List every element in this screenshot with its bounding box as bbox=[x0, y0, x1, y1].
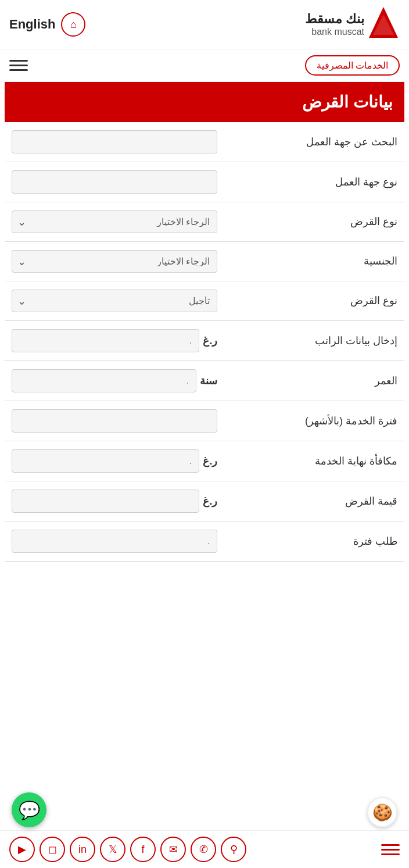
loan-form-table: البحث عن جهة العملنوع جهة العملنوع القرض… bbox=[5, 122, 404, 562]
services-button[interactable]: الخدمات المصرفية bbox=[305, 55, 400, 76]
input-unit: ر.غ bbox=[203, 334, 217, 347]
input-field-1[interactable] bbox=[12, 170, 217, 194]
form-row: طلب فترة bbox=[5, 521, 404, 562]
field-label: الجنسية bbox=[224, 242, 404, 281]
input-with-unit: ر.غ bbox=[12, 449, 217, 473]
select-field-2[interactable]: الرجاء الاختيار bbox=[12, 210, 217, 233]
linkedin-icon[interactable]: in bbox=[70, 837, 95, 862]
field-input-cell: تأجيل bbox=[5, 281, 224, 321]
field-label: نوع القرض bbox=[224, 202, 404, 242]
footer-hamburger-line-1 bbox=[381, 844, 400, 846]
footer-icons: ▶◻in𝕏f✉✆⚲ bbox=[9, 837, 246, 862]
footer-hamburger-line-3 bbox=[381, 853, 400, 855]
input-field-10[interactable] bbox=[12, 530, 217, 553]
field-input-cell: ر.غ bbox=[5, 441, 224, 481]
hamburger-line-3 bbox=[9, 69, 28, 71]
phone-icon[interactable]: ✆ bbox=[191, 837, 216, 862]
top-left-section: English ⌂ bbox=[9, 12, 85, 37]
cookie-icon: 🍪 bbox=[372, 803, 393, 822]
form-row: نوع القرضالرجاء الاختيار bbox=[5, 202, 404, 242]
logo-triangle bbox=[368, 6, 400, 43]
select-field-4[interactable]: تأجيل bbox=[12, 290, 217, 312]
footer: ▶◻in𝕏f✉✆⚲ bbox=[0, 830, 409, 868]
select-wrapper: الرجاء الاختيار bbox=[12, 250, 217, 273]
facebook-icon[interactable]: f bbox=[130, 837, 156, 862]
bank-logo-text: بنك مسقط bank muscat bbox=[305, 12, 364, 37]
home-button[interactable]: ⌂ bbox=[61, 12, 85, 37]
cookie-settings-button[interactable]: 🍪 bbox=[367, 797, 397, 827]
field-input-cell: ر.غ bbox=[5, 321, 224, 361]
field-input-cell bbox=[5, 521, 224, 562]
form-row: فترة الخدمة (بالأشهر) bbox=[5, 401, 404, 441]
input-with-unit: ر.غ bbox=[12, 490, 217, 513]
input-with-unit: سنة bbox=[12, 369, 217, 392]
input-field-9[interactable] bbox=[12, 490, 199, 513]
field-label: قيمة القرض bbox=[224, 481, 404, 521]
field-label: مكافأة نهاية الخدمة bbox=[224, 441, 404, 481]
field-label: نوع القرض bbox=[224, 281, 404, 321]
input-unit: سنة bbox=[200, 374, 217, 387]
input-field-5[interactable] bbox=[12, 329, 199, 352]
input-field-0[interactable] bbox=[12, 130, 217, 153]
instagram-icon[interactable]: ◻ bbox=[40, 837, 65, 862]
field-input-cell bbox=[5, 162, 224, 202]
field-input-cell: سنة bbox=[5, 361, 224, 401]
form-row: نوع القرضتأجيل bbox=[5, 281, 404, 321]
select-wrapper: الرجاء الاختيار bbox=[12, 210, 217, 233]
english-label: English bbox=[9, 17, 55, 32]
form-row: إدخال بيانات الراتبر.غ bbox=[5, 321, 404, 361]
field-label: إدخال بيانات الراتب bbox=[224, 321, 404, 361]
footer-hamburger-line-2 bbox=[381, 849, 400, 851]
whatsapp-icon: 💬 bbox=[19, 800, 40, 820]
field-label: طلب فترة bbox=[224, 521, 404, 562]
form-row: الجنسيةالرجاء الاختيار bbox=[5, 242, 404, 281]
top-bar: English ⌂ بنك مسقط bank muscat bbox=[0, 0, 409, 49]
field-input-cell: الرجاء الاختيار bbox=[5, 242, 224, 281]
field-label: البحث عن جهة العمل bbox=[224, 122, 404, 162]
field-input-cell bbox=[5, 401, 224, 441]
twitter-icon[interactable]: 𝕏 bbox=[100, 837, 125, 862]
bank-name-arabic: بنك مسقط bbox=[305, 12, 364, 27]
input-field-8[interactable] bbox=[12, 449, 199, 473]
select-wrapper: تأجيل bbox=[12, 290, 217, 312]
youtube-icon[interactable]: ▶ bbox=[9, 837, 35, 862]
section-header: بيانات القرض bbox=[5, 82, 404, 122]
hamburger-line-2 bbox=[9, 65, 28, 66]
field-label: العمر bbox=[224, 361, 404, 401]
email-icon[interactable]: ✉ bbox=[160, 837, 186, 862]
location-icon[interactable]: ⚲ bbox=[221, 837, 246, 862]
form-row: البحث عن جهة العمل bbox=[5, 122, 404, 162]
field-label: فترة الخدمة (بالأشهر) bbox=[224, 401, 404, 441]
input-field-7[interactable] bbox=[12, 409, 217, 433]
hamburger-menu[interactable] bbox=[9, 60, 28, 71]
form-row: مكافأة نهاية الخدمةر.غ bbox=[5, 441, 404, 481]
form-row: العمرسنة bbox=[5, 361, 404, 401]
field-label: نوع جهة العمل bbox=[224, 162, 404, 202]
footer-hamburger-menu[interactable] bbox=[381, 844, 400, 855]
field-input-cell bbox=[5, 122, 224, 162]
form-row: قيمة القرضر.غ bbox=[5, 481, 404, 521]
select-field-3[interactable]: الرجاء الاختيار bbox=[12, 250, 217, 273]
bank-logo: بنك مسقط bank muscat bbox=[305, 6, 400, 43]
hamburger-line-1 bbox=[9, 60, 28, 62]
field-input-cell: ر.غ bbox=[5, 481, 224, 521]
form-row: نوع جهة العمل bbox=[5, 162, 404, 202]
field-input-cell: الرجاء الاختيار bbox=[5, 202, 224, 242]
input-unit: ر.غ bbox=[203, 455, 217, 467]
input-unit: ر.غ bbox=[203, 495, 217, 508]
input-field-6[interactable] bbox=[12, 369, 196, 392]
whatsapp-fab[interactable]: 💬 bbox=[12, 792, 46, 827]
bank-name-english: bank muscat bbox=[305, 27, 364, 37]
home-icon: ⌂ bbox=[70, 19, 77, 31]
input-with-unit: ر.غ bbox=[12, 329, 217, 352]
nav-bar: الخدمات المصرفية bbox=[0, 49, 409, 82]
